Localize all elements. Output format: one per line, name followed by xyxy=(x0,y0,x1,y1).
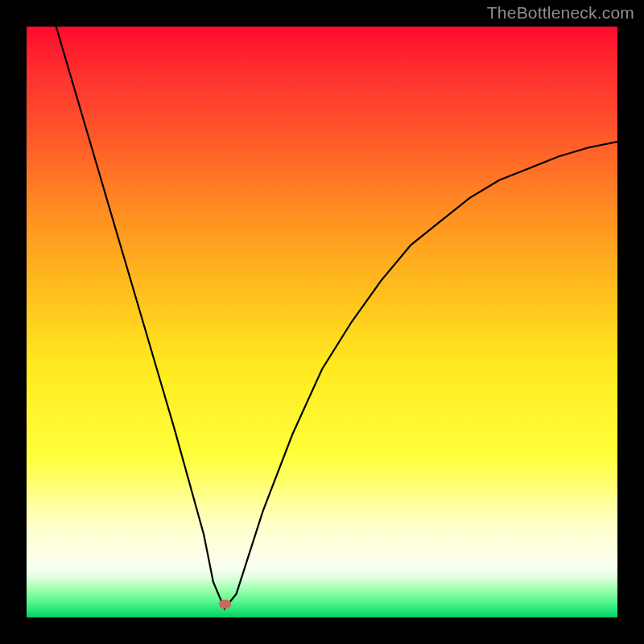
watermark-text: TheBottleneck.com xyxy=(487,3,634,23)
chart-frame: TheBottleneck.com xyxy=(0,0,644,644)
minimum-marker xyxy=(219,600,231,609)
bottleneck-curve xyxy=(27,27,617,617)
